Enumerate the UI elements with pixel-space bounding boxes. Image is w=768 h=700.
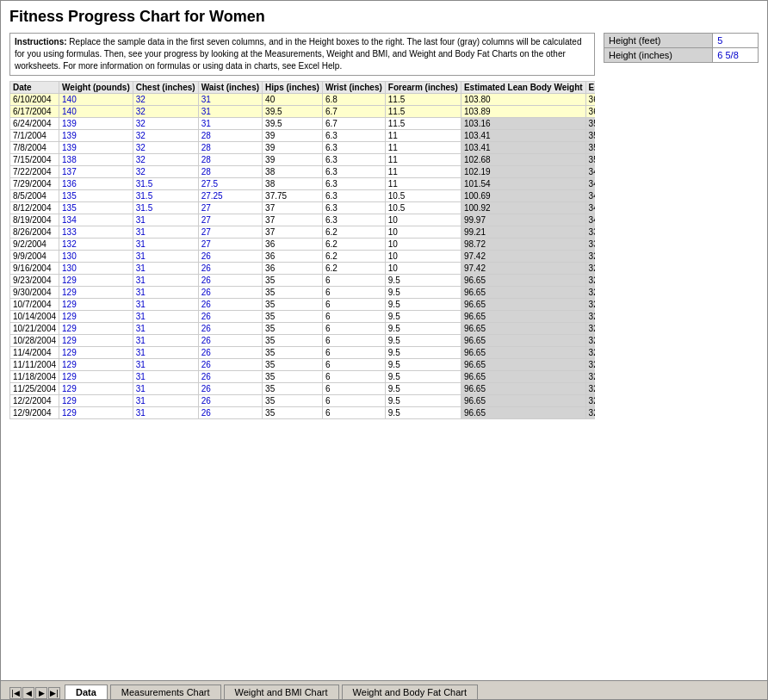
table-cell[interactable]: 96.65 xyxy=(461,275,585,287)
table-cell[interactable]: 103.80 xyxy=(461,94,585,106)
table-cell[interactable]: 32 xyxy=(133,118,198,130)
table-cell[interactable]: 6.2 xyxy=(322,263,385,275)
table-row[interactable]: 8/26/20041333127376.21099.2133.7925.4121 xyxy=(10,226,596,238)
table-cell[interactable]: 31 xyxy=(133,275,198,287)
height-inches-value[interactable]: 6 5/8 xyxy=(713,48,759,63)
table-cell[interactable]: 96.65 xyxy=(461,359,585,371)
table-cell[interactable]: 27 xyxy=(198,238,262,251)
table-row[interactable]: 6/24/2004139323139.56.711.5103.1635.8425… xyxy=(10,118,596,130)
table-row[interactable]: 7/29/200413631.527.5386.311101.5434.4625… xyxy=(10,178,596,190)
table-cell[interactable]: 32 xyxy=(133,130,198,142)
table-cell[interactable]: 35 xyxy=(263,299,323,311)
table-cell[interactable]: 135 xyxy=(59,190,133,202)
table-cell[interactable]: 8/5/2004 xyxy=(10,190,59,202)
table-cell[interactable]: 32.58 xyxy=(585,251,595,263)
table-cell[interactable]: 31 xyxy=(198,106,262,118)
table-cell[interactable]: 31 xyxy=(133,214,198,226)
table-cell[interactable]: 103.41 xyxy=(461,142,585,154)
table-cell[interactable]: 129 xyxy=(59,311,133,323)
table-cell[interactable]: 36.20 xyxy=(585,94,595,106)
table-cell[interactable]: 28 xyxy=(198,154,262,166)
table-cell[interactable]: 11 xyxy=(385,142,461,154)
table-cell[interactable]: 34.08 xyxy=(585,202,595,214)
table-cell[interactable]: 9/2/2004 xyxy=(10,238,59,251)
table-cell[interactable]: 136 xyxy=(59,178,133,190)
table-cell[interactable]: 10/14/2004 xyxy=(10,311,59,323)
table-row[interactable]: 10/14/200412931263569.596.6532.3525.0820… xyxy=(10,311,596,323)
table-cell[interactable]: 31 xyxy=(198,94,262,106)
table-cell[interactable]: 130 xyxy=(59,251,133,263)
table-cell[interactable]: 6.3 xyxy=(322,178,385,190)
table-cell[interactable]: 6.8 xyxy=(322,94,385,106)
table-cell[interactable]: 9.5 xyxy=(385,275,461,287)
table-cell[interactable]: 7/15/2004 xyxy=(10,154,59,166)
table-cell[interactable]: 31.5 xyxy=(133,178,198,190)
table-cell[interactable]: 38 xyxy=(263,178,323,190)
table-cell[interactable]: 6 xyxy=(322,347,385,359)
table-cell[interactable]: 96.65 xyxy=(461,347,585,359)
table-cell[interactable]: 35.59 xyxy=(585,142,595,154)
table-cell[interactable]: 11.5 xyxy=(385,118,461,130)
table-cell[interactable]: 6 xyxy=(322,287,385,299)
table-cell[interactable]: 31 xyxy=(133,347,198,359)
table-cell[interactable]: 129 xyxy=(59,287,133,299)
table-cell[interactable]: 6.3 xyxy=(322,142,385,154)
table-cell[interactable]: 96.65 xyxy=(461,335,585,347)
table-cell[interactable]: 10.5 xyxy=(385,190,461,202)
table-cell[interactable]: 28 xyxy=(198,166,262,178)
table-cell[interactable]: 138 xyxy=(59,154,133,166)
table-cell[interactable]: 129 xyxy=(59,395,133,407)
table-cell[interactable]: 6/17/2004 xyxy=(10,106,59,118)
table-scroll[interactable]: Date Weight (pounds) Chest (inches) Wais… xyxy=(9,81,595,419)
table-cell[interactable]: 96.65 xyxy=(461,395,585,407)
tab-nav-prev[interactable]: ◀ xyxy=(22,687,34,699)
table-cell[interactable]: 100.92 xyxy=(461,202,585,214)
table-cell[interactable]: 31.5 xyxy=(133,190,198,202)
table-cell[interactable]: 26 xyxy=(198,395,262,407)
table-cell[interactable]: 10 xyxy=(385,263,461,275)
table-row[interactable]: 8/12/200413531.527376.310.5100.9234.0825… xyxy=(10,202,596,214)
table-cell[interactable]: 10 xyxy=(385,226,461,238)
table-cell[interactable]: 11 xyxy=(385,130,461,142)
table-cell[interactable]: 6.2 xyxy=(322,226,385,238)
table-cell[interactable]: 39.5 xyxy=(263,106,323,118)
table-cell[interactable]: 139 xyxy=(59,130,133,142)
table-cell[interactable]: 11 xyxy=(385,166,461,178)
table-row[interactable]: 10/21/200412931263569.596.6532.3525.0820… xyxy=(10,323,596,335)
table-cell[interactable]: 32.35 xyxy=(585,359,595,371)
table-cell[interactable]: 6.3 xyxy=(322,166,385,178)
table-cell[interactable]: 32.35 xyxy=(585,347,595,359)
table-cell[interactable]: 35 xyxy=(263,335,323,347)
tab-measurements[interactable]: Measurements Chart xyxy=(110,685,221,699)
table-cell[interactable]: 35.32 xyxy=(585,154,595,166)
table-cell[interactable]: 26 xyxy=(198,407,262,419)
table-cell[interactable]: 11/11/2004 xyxy=(10,359,59,371)
table-cell[interactable]: 96.65 xyxy=(461,407,585,419)
table-cell[interactable]: 8/12/2004 xyxy=(10,202,59,214)
table-cell[interactable]: 132 xyxy=(59,238,133,251)
table-row[interactable]: 9/23/200412931263569.596.6532.3525.0820 … xyxy=(10,275,596,287)
table-cell[interactable]: 32.35 xyxy=(585,407,595,419)
table-row[interactable]: 9/16/20041303126366.21097.4232.5825.0620… xyxy=(10,263,596,275)
table-cell[interactable]: 6 xyxy=(322,395,385,407)
table-row[interactable]: 7/15/20041383228396.311102.6835.3225.602… xyxy=(10,154,596,166)
table-cell[interactable]: 7/22/2004 xyxy=(10,166,59,178)
table-cell[interactable]: 10/28/2004 xyxy=(10,335,59,347)
table-cell[interactable]: 35.59 xyxy=(585,130,595,142)
table-cell[interactable]: 10/7/2004 xyxy=(10,299,59,311)
table-cell[interactable]: 36 xyxy=(263,263,323,275)
table-cell[interactable]: 9.5 xyxy=(385,335,461,347)
table-row[interactable]: 9/2/20041323127366.21098.7233.2825.2121 xyxy=(10,238,596,251)
table-cell[interactable]: 6 xyxy=(322,383,385,395)
table-row[interactable]: 12/9/200412931263569.596.6532.3525.0820 … xyxy=(10,407,596,419)
table-cell[interactable]: 35 xyxy=(263,371,323,383)
table-cell[interactable]: 34.31 xyxy=(585,190,595,202)
table-cell[interactable]: 9.5 xyxy=(385,395,461,407)
table-cell[interactable]: 9/9/2004 xyxy=(10,251,59,263)
table-cell[interactable]: 32.35 xyxy=(585,311,595,323)
table-cell[interactable]: 39 xyxy=(263,142,323,154)
table-cell[interactable]: 40 xyxy=(263,94,323,106)
table-row[interactable]: 9/9/20041303126366.21097.4232.5825.0620 … xyxy=(10,251,596,263)
table-cell[interactable]: 9.5 xyxy=(385,383,461,395)
table-cell[interactable]: 31 xyxy=(133,407,198,419)
